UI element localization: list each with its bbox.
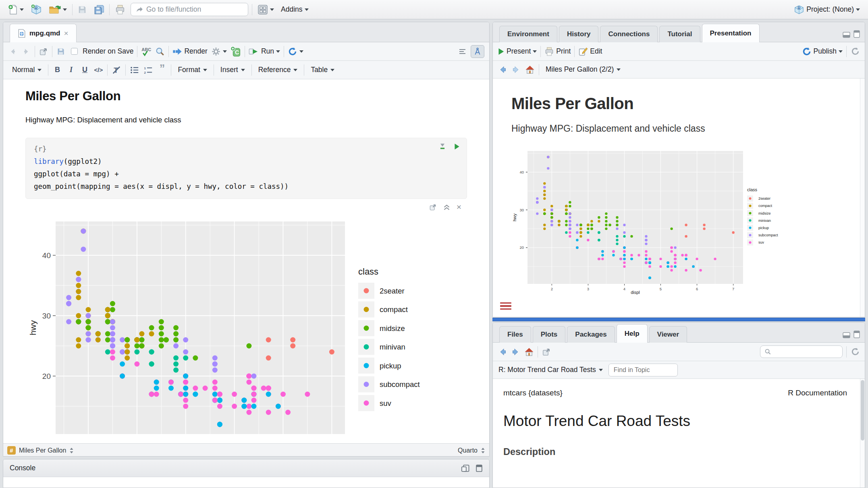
goto-file-input[interactable]: Go to file/function: [131, 3, 248, 16]
toolbar-divider: [72, 4, 73, 15]
tab-help[interactable]: Help: [617, 324, 648, 343]
popout-icon: [39, 47, 48, 56]
run-chunks-above-icon[interactable]: [439, 143, 446, 150]
new-file-button[interactable]: [6, 3, 25, 17]
tab-packages[interactable]: Packages: [567, 326, 615, 343]
find-in-topic-input[interactable]: [608, 364, 678, 376]
tab-mpg-qmd[interactable]: mpg.qmd ×: [10, 24, 77, 42]
slide-home-button[interactable]: [525, 63, 535, 76]
tab-label: Files: [507, 331, 523, 339]
insert-menu[interactable]: Insert: [218, 66, 247, 74]
tab-close-icon[interactable]: ×: [64, 29, 69, 38]
reference-menu[interactable]: Reference: [256, 66, 300, 74]
help-popout-button[interactable]: [542, 345, 551, 358]
console-maximize-icon[interactable]: [476, 464, 483, 472]
help-scroll-thumb[interactable]: [861, 380, 864, 440]
italic-button[interactable]: I: [66, 64, 76, 77]
r-code-chunk[interactable]: {r}library(ggplot2)ggplot(data = mpg) + …: [25, 138, 467, 199]
format-menu[interactable]: Format: [175, 66, 209, 74]
help-home-button[interactable]: [524, 345, 534, 358]
tab-presentation[interactable]: Presentation: [702, 24, 760, 42]
document-canvas[interactable]: Miles Per Gallon Highway MPG: Displaceme…: [3, 79, 489, 443]
save-button[interactable]: [76, 3, 88, 17]
blockquote-button[interactable]: ”: [157, 64, 167, 77]
insert-chunk-button[interactable]: C: [230, 45, 241, 58]
save-all-button[interactable]: [92, 3, 106, 17]
run-chunk-icon[interactable]: [453, 143, 460, 150]
render-on-save-checkbox[interactable]: [69, 45, 79, 58]
code-format-button[interactable]: </>: [93, 64, 103, 77]
collapse-output-icon[interactable]: [443, 204, 450, 211]
forward-button[interactable]: [21, 45, 31, 58]
help-search-box[interactable]: [760, 345, 843, 358]
slide-select-menu[interactable]: Miles Per Gallon (2/2): [543, 65, 623, 74]
numbered-list-button[interactable]: 1 2: [143, 64, 153, 77]
publish-button[interactable]: Publish: [802, 45, 843, 58]
clear-format-button[interactable]: T: [112, 64, 121, 77]
goto-arrow-icon: [136, 6, 143, 13]
addins-menu[interactable]: Addins: [279, 3, 310, 17]
minimize-pane-icon[interactable]: [843, 32, 850, 38]
underline-button[interactable]: U: [80, 64, 89, 77]
help-refresh-button[interactable]: [850, 345, 860, 358]
popout-editor-button[interactable]: [39, 45, 48, 58]
statusbar-mode[interactable]: Quarto: [458, 447, 478, 454]
spellcheck-button[interactable]: ABC: [141, 45, 152, 58]
tab-viewer[interactable]: Viewer: [649, 326, 687, 343]
bullet-list-button[interactable]: [130, 64, 139, 77]
tab-plots[interactable]: Plots: [533, 326, 566, 343]
help-back-button[interactable]: [498, 345, 507, 358]
presentation-scrollbar[interactable]: [860, 79, 865, 317]
maximize-pane-icon[interactable]: [853, 30, 860, 38]
paragraph-style-select[interactable]: Normal: [10, 66, 44, 74]
tab-files[interactable]: Files: [499, 326, 531, 343]
statusbar-section[interactable]: Miles Per Gallon: [19, 447, 66, 454]
tab-label: Help: [625, 330, 640, 338]
new-project-button[interactable]: R: [29, 3, 44, 17]
project-menu[interactable]: R Project: (None): [792, 3, 862, 17]
home-icon: [524, 347, 534, 357]
slide-menu-icon[interactable]: [500, 302, 511, 312]
console-popout-icon[interactable]: [461, 464, 470, 472]
help-scrollbar[interactable]: [860, 379, 865, 488]
save-doc-button[interactable]: [56, 45, 66, 58]
toolbar-divider: [245, 46, 245, 57]
tab-history[interactable]: History: [559, 26, 599, 42]
tab-label: Viewer: [657, 331, 679, 339]
tab-tutorial[interactable]: Tutorial: [659, 26, 700, 42]
edit-presentation-button[interactable]: Edit: [578, 45, 602, 58]
numbered-list-icon: 1 2: [144, 66, 153, 74]
outline-toggle-button[interactable]: [457, 45, 467, 58]
table-menu[interactable]: Table: [308, 66, 337, 74]
print-presentation-button[interactable]: Print: [544, 45, 571, 58]
bold-button[interactable]: B: [52, 64, 62, 77]
rerun-button[interactable]: [288, 45, 303, 58]
find-replace-button[interactable]: [155, 45, 165, 58]
tab-connections[interactable]: Connections: [600, 26, 658, 42]
render-options-button[interactable]: [211, 45, 227, 58]
output-popout-icon[interactable]: [429, 203, 437, 211]
clear-output-icon[interactable]: ×: [457, 203, 461, 211]
help-search-input[interactable]: [774, 348, 835, 355]
run-button[interactable]: Run: [249, 45, 280, 58]
visual-editor-toggle[interactable]: [471, 45, 484, 58]
tab-title: mpg.qmd: [29, 29, 60, 37]
present-button[interactable]: Present: [498, 45, 537, 58]
pane-layout-button[interactable]: [256, 3, 276, 17]
tab-environment[interactable]: Environment: [499, 26, 557, 42]
slide-forward-button[interactable]: [511, 63, 521, 76]
maximize-pane-icon[interactable]: [853, 331, 860, 338]
presentation-preview[interactable]: Miles Per Gallon Highway MPG: Displaceme…: [493, 79, 865, 317]
open-file-button[interactable]: [47, 3, 69, 17]
visual-mode-compass-icon: [473, 48, 482, 56]
slide-back-button[interactable]: [498, 63, 507, 76]
render-button[interactable]: Render: [172, 45, 207, 58]
help-topic-select[interactable]: R: Motor Trend Car Road Tests: [498, 366, 603, 374]
refresh-presentation-button[interactable]: [850, 45, 860, 58]
back-button[interactable]: [8, 45, 18, 58]
pane-splitter[interactable]: [492, 318, 865, 321]
help-forward-button[interactable]: [511, 345, 521, 358]
print-button[interactable]: [113, 3, 127, 17]
minimize-pane-icon[interactable]: [843, 332, 850, 338]
pane-layout-caret-icon: [270, 8, 274, 11]
